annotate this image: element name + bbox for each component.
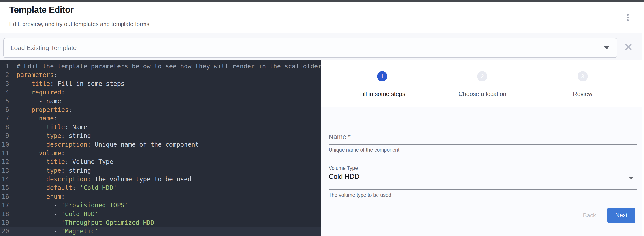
step-number: 2 [481,73,484,80]
more-vert-icon [627,14,629,21]
code-line[interactable]: 17 - 'Provisioned IOPS' [0,201,321,210]
code-line-text: - title: Fill in some steps [16,79,124,88]
code-line-text: - 'Throughput Optimized HDD' [16,218,158,227]
next-button[interactable]: Next [607,208,636,223]
text-cursor [99,228,99,235]
code-editor[interactable]: 1# Edit the template parameters below to… [0,60,321,236]
code-line[interactable]: 5 - name [0,97,321,105]
form-area: Name * Unique name of the component Volu… [321,107,642,236]
code-line-text: volume: [16,149,65,158]
code-line[interactable]: 14 description: The volume type to be us… [0,175,321,184]
step-label-choose-a-location: Choose a location [438,91,526,97]
code-line[interactable]: 13 type: string [0,166,321,175]
line-number: 3 [0,79,16,88]
code-line[interactable]: 12 title: Volume Type [0,158,321,166]
page-title: Template Editor [9,5,74,15]
volume-type-label: Volume Type [328,165,358,171]
code-line[interactable]: 1# Edit the template parameters below to… [0,62,321,71]
code-line-text: - 'Cold HDD' [16,210,98,218]
code-line[interactable]: 2parameters: [0,71,321,79]
volume-type-select[interactable]: Cold HDD [328,173,637,186]
code-line[interactable]: 3 - title: Fill in some steps [0,79,321,88]
step-indicator-1: 1 [377,71,387,81]
chevron-down-icon [604,46,609,49]
line-number: 2 [0,71,16,79]
kebab-menu-button[interactable] [622,12,634,23]
code-line-text: title: Name [16,123,87,131]
code-line-text: - name [16,97,61,105]
step-label-fill-in-some-steps: Fill in some steps [338,91,426,97]
code-line[interactable]: 9 type: string [0,131,321,140]
step-indicator-3: 3 [578,71,588,81]
name-input[interactable] [328,129,637,143]
step-indicator-2: 2 [477,71,487,81]
back-button[interactable]: Back [573,208,606,223]
line-number: 12 [0,158,16,166]
step-number: 1 [381,73,384,80]
code-line-text: type: string [16,166,91,175]
load-template-placeholder: Load Existing Template [10,38,76,57]
code-line[interactable]: 19 - 'Throughput Optimized HDD' [0,218,321,227]
line-number: 17 [0,201,16,210]
line-number: 18 [0,210,16,218]
page-subtitle: Edit, preview, and try out templates and… [9,21,149,27]
code-line[interactable]: 18 - 'Cold HDD' [0,210,321,218]
stepper-connector [492,76,572,76]
form-preview-panel: 1 2 3 Fill in some steps Choose a locati… [321,60,642,236]
code-line-text: type: string [16,131,91,140]
code-line[interactable]: 15 default: 'Cold HDD' [0,184,321,192]
code-line-text: properties: [16,105,72,114]
code-line[interactable]: 6 properties: [0,105,321,114]
step-number: 3 [581,73,584,80]
code-line-text: - 'Provisioned IOPS' [16,201,128,210]
line-number: 16 [0,192,16,201]
template-editor-page: Template Editor Edit, preview, and try o… [0,0,644,236]
stepper: 1 2 3 Fill in some steps Choose a locati… [321,60,642,107]
line-number: 9 [0,131,16,140]
code-line[interactable]: 11 volume: [0,149,321,158]
step-label-review: Review [538,91,627,97]
right-panel-border [642,2,642,236]
code-line-text: # Edit the template parameters below to … [16,62,322,71]
load-template-select[interactable]: Load Existing Template [3,38,617,58]
code-line-text: enum: [16,192,65,201]
volume-type-value: Cold HDD [328,173,360,181]
code-line-text: description: Unique name of the componen… [16,140,199,149]
code-line-text: default: 'Cold HDD' [16,184,117,192]
code-line-text: - 'Magnetic' [16,227,99,236]
code-line[interactable]: 7 name: [0,114,321,123]
code-line[interactable]: 10 description: Unique name of the compo… [0,140,321,149]
name-field-underline [328,144,637,145]
code-line-text: name: [16,114,58,123]
code-line-text: parameters: [16,71,58,79]
toolbar: Load Existing Template [0,33,642,60]
line-number: 7 [0,114,16,123]
line-number: 5 [0,97,16,105]
page-header: Template Editor Edit, preview, and try o… [0,2,642,32]
line-number: 10 [0,140,16,149]
close-icon [625,43,632,50]
code-line[interactable]: 20 - 'Magnetic' [0,227,321,236]
line-number: 4 [0,88,16,97]
name-field-helper: Unique name of the component [328,147,400,153]
line-number: 11 [0,149,16,158]
line-number: 13 [0,166,16,175]
code-line-text: required: [16,88,65,97]
line-number: 1 [0,62,16,71]
volume-type-underline [328,189,637,190]
stepper-connector [392,76,472,76]
volume-type-helper: The volume type to be used [328,192,391,198]
code-line[interactable]: 8 title: Name [0,123,321,131]
line-number: 8 [0,123,16,131]
chevron-down-icon [629,177,634,180]
code-line-text: title: Volume Type [16,158,113,166]
code-lines: 1# Edit the template parameters below to… [0,62,321,236]
line-number: 14 [0,175,16,184]
line-number: 19 [0,218,16,227]
window-top-bar [0,0,644,2]
clear-template-button[interactable] [622,41,634,53]
line-number: 6 [0,105,16,114]
line-number: 20 [0,227,16,236]
code-line[interactable]: 16 enum: [0,192,321,201]
code-line[interactable]: 4 required: [0,88,321,97]
